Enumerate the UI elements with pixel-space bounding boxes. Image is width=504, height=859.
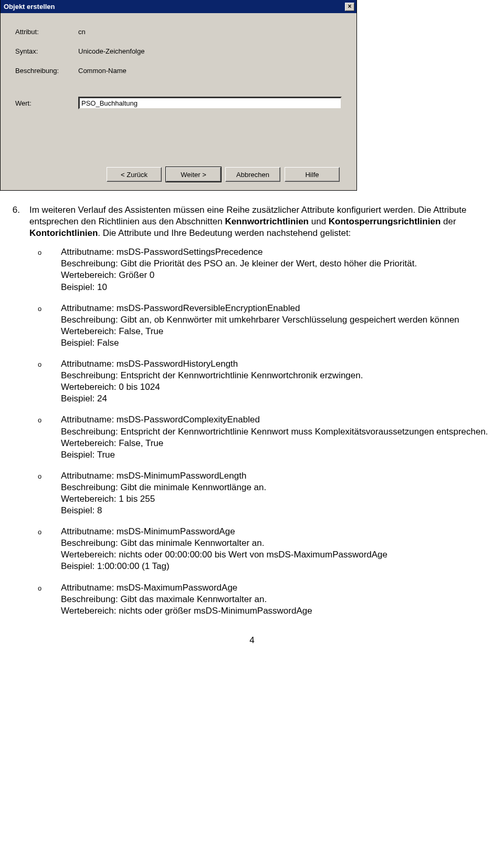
attr-name: Attributname: msDS-PasswordSettingsPrece… [61, 246, 496, 258]
step-bold-3: Kontorichtlinien [29, 228, 98, 238]
attr-desc: Beschreibung: Entspricht der Kennwortric… [61, 370, 496, 381]
label-syntax: Syntax: [15, 47, 78, 55]
page-number: 4 [8, 635, 496, 646]
label-beschreibung: Beschreibung: [15, 67, 78, 75]
attr-range: Wertebereich: 0 bis 1024 [61, 381, 496, 393]
step-text: Im weiteren Verlauf des Assistenten müss… [29, 204, 496, 239]
value-attribut: cn [78, 28, 342, 36]
dialog-title: Objekt erstellen [4, 3, 55, 11]
attr-range: Wertebereich: nichts oder 00:00:00:00 bi… [61, 549, 496, 561]
create-object-dialog: Objekt erstellen × Attribut: cn Syntax: … [0, 0, 357, 191]
bullet-icon: o [38, 303, 47, 349]
attribute-content: Attributname: msDS-MaximumPasswordAgeBes… [61, 582, 496, 617]
step-mid-1: und [309, 216, 329, 226]
attr-range: Wertebereich: nichts oder größer msDS-Mi… [61, 605, 496, 617]
attr-range: Wertebereich: 1 bis 255 [61, 493, 496, 505]
attr-desc: Beschreibung: Gibt das maximale Kennwort… [61, 594, 496, 605]
attr-desc: Beschreibung: Gibt die minimale Kennwort… [61, 482, 496, 493]
attr-name: Attributname: msDS-MinimumPasswordAge [61, 526, 496, 537]
attr-example: Beispiel: False [61, 337, 496, 349]
wert-input[interactable] [78, 97, 342, 109]
attr-example: Beispiel: 1:00:00:00 (1 Tag) [61, 561, 496, 572]
attribute-content: Attributname: msDS-PasswordSettingsPrece… [61, 246, 496, 293]
value-beschreibung: Common-Name [78, 67, 342, 75]
step-6: 6. Im weiteren Verlauf des Assistenten m… [8, 204, 496, 239]
attribute-content: Attributname: msDS-MinimumPasswordAgeBes… [61, 526, 496, 572]
label-wert: Wert: [15, 99, 78, 107]
cancel-button[interactable]: Abbrechen [225, 167, 280, 182]
attr-example: Beispiel: 8 [61, 505, 496, 516]
bullet-icon: o [38, 582, 47, 617]
dialog-titlebar: Objekt erstellen × [1, 0, 356, 13]
value-syntax: Unicode-Zeichenfolge [78, 47, 342, 55]
attr-desc: Beschreibung: Entspricht der Kennwortric… [61, 426, 496, 438]
attr-name: Attributname: msDS-PasswordHistoryLength [61, 358, 496, 370]
attribute-item: oAttributname: msDS-PasswordHistoryLengt… [38, 358, 496, 405]
attr-name: Attributname: msDS-MaximumPasswordAge [61, 582, 496, 594]
bullet-icon: o [38, 526, 47, 572]
attribute-content: Attributname: msDS-PasswordReversibleEnc… [61, 303, 496, 349]
next-button[interactable]: Weiter > [166, 167, 221, 182]
attr-range: Wertebereich: Größer 0 [61, 270, 496, 281]
document-body: 6. Im weiteren Verlauf des Assistenten m… [0, 191, 504, 667]
close-icon[interactable]: × [345, 3, 354, 11]
bullet-icon: o [38, 470, 47, 516]
dialog-body: Attribut: cn Syntax: Unicode-Zeichenfolg… [1, 13, 356, 190]
attr-example: Beispiel: 10 [61, 282, 496, 293]
step-bold-2: Kontosperrungsrichtlinien [329, 216, 440, 226]
attribute-item: oAttributname: msDS-MaximumPasswordAgeBe… [38, 582, 496, 617]
bullet-icon: o [38, 358, 47, 405]
attribute-item: oAttributname: msDS-PasswordSettingsPrec… [38, 246, 496, 293]
attribute-content: Attributname: msDS-PasswordHistoryLength… [61, 358, 496, 405]
attribute-item: oAttributname: msDS-MinimumPasswordAgeBe… [38, 526, 496, 572]
step-bold-1: Kennwortrichtlinien [225, 216, 309, 226]
attr-name: Attributname: msDS-PasswordComplexityEna… [61, 414, 496, 426]
attr-example: Beispiel: True [61, 449, 496, 461]
attr-name: Attributname: msDS-PasswordReversibleEnc… [61, 303, 496, 314]
attribute-item: oAttributname: msDS-PasswordComplexityEn… [38, 414, 496, 460]
label-attribut: Attribut: [15, 28, 78, 36]
bullet-icon: o [38, 246, 47, 293]
help-button[interactable]: Hilfe [285, 167, 340, 182]
step-number: 6. [8, 204, 20, 239]
attr-desc: Beschreibung: Gibt an, ob Kennwörter mit… [61, 314, 496, 326]
step-outro: . Die Attribute und Ihre Bedeutung werde… [98, 228, 351, 238]
attr-name: Attributname: msDS-MinimumPasswordLength [61, 470, 496, 482]
attr-example: Beispiel: 24 [61, 393, 496, 405]
attr-range: Wertebereich: False, True [61, 438, 496, 449]
attr-desc: Beschreibung: Gibt die Priorität des PSO… [61, 258, 496, 270]
attr-desc: Beschreibung: Gibt das minimale Kennwort… [61, 537, 496, 549]
step-mid-2: der [440, 216, 456, 226]
attribute-content: Attributname: msDS-PasswordComplexityEna… [61, 414, 496, 460]
attr-range: Wertebereich: False, True [61, 326, 496, 337]
dialog-button-bar: < Zurück Weiter > Abbrechen Hilfe [15, 167, 342, 182]
attribute-list: oAttributname: msDS-PasswordSettingsPrec… [38, 246, 496, 617]
back-button[interactable]: < Zurück [107, 167, 162, 182]
bullet-icon: o [38, 414, 47, 460]
attribute-item: oAttributname: msDS-PasswordReversibleEn… [38, 303, 496, 349]
attribute-content: Attributname: msDS-MinimumPasswordLength… [61, 470, 496, 516]
attribute-item: oAttributname: msDS-MinimumPasswordLengt… [38, 470, 496, 516]
